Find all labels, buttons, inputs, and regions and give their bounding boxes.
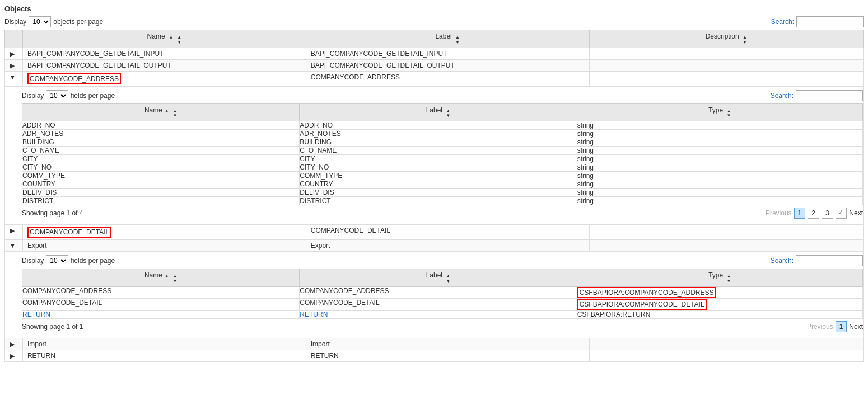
type-cell: string [577,138,862,147]
list-item: CITY_NOCITY_NOstring [22,163,863,172]
inner-export-header-row: Name ▲ ▲▼ Label ▲▼ Type [22,269,863,287]
label-cell: C_O_NAME [300,147,577,155]
inner-type-col-header[interactable]: Type ▲▼ [577,103,862,121]
export-name-cell: COMPANYCODE_DETAIL [22,298,300,310]
name-cell: BAPI_COMPANYCODE_GETDETAIL_OUTPUT [22,59,306,71]
export-type-col-header[interactable]: Type ▲▼ [577,269,862,287]
export-name-sort-icons[interactable]: ▲▼ [173,274,178,284]
desc-sort-icons[interactable]: ▲▼ [743,35,747,45]
outer-display-select[interactable]: 10 25 50 [29,16,51,27]
desc-cell [589,71,863,86]
label-cell: Import [306,338,589,350]
list-item: C_O_NAMEC_O_NAMEstring [22,147,863,155]
address-next-btn[interactable]: Next [849,209,863,217]
export-page-1-btn[interactable]: 1 [836,321,847,332]
address-page-2-btn[interactable]: 2 [808,208,819,219]
inner-label-sort-icons[interactable]: ▲▼ [446,109,450,119]
label-cell: ADR_NOTES [300,130,577,138]
expand-cell: ▼ [5,240,23,252]
inner-export-search-input[interactable] [796,255,863,266]
label-cell: RETURN [306,350,589,361]
inner-export-table-body: COMPANYCODE_ADDRESS COMPANYCODE_ADDRESS … [22,286,863,318]
name-cell: COMM_TYPE [22,172,300,180]
expand-icon[interactable]: ▶ [10,341,15,348]
description-col-header[interactable]: Description ▲▼ [589,30,863,48]
list-item: BUILDINGBUILDINGstring [22,138,863,147]
type-cell: string [577,155,862,163]
inner-name-col-header[interactable]: Name ▲ ▲▼ [22,103,300,121]
inner-address-search-input[interactable] [796,90,863,101]
inner-type-sort-icons[interactable]: ▲▼ [727,109,731,119]
outer-toolbar-left: Display 10 25 50 objects per page [4,16,103,27]
list-item: COMM_TYPECOMM_TYPEstring [22,172,863,180]
table-row: ▼ COMPANYCODE_ADDRESS COMPANYCODE_ADDRES… [5,71,864,86]
name-cell: COUNTRY [22,180,300,189]
table-row: ▶ COMPANYCODE_DETAIL COMPANYCODE_DETAIL [5,225,864,240]
label-col-header[interactable]: Label ▲▼ [306,30,589,48]
inner-address-table-body: ADDR_NOADDR_NOstring ADR_NOTESADR_NOTESs… [22,121,863,205]
export-next-btn[interactable]: Next [849,323,863,331]
export-name-cell: COMPANYCODE_ADDRESS [22,286,300,298]
export-label-col-header[interactable]: Label ▲▼ [300,269,577,287]
table-row: ▶ BAPI_COMPANYCODE_GETDETAIL_OUTPUT BAPI… [5,59,864,71]
expanded-export-row: Display 10 25 fields per page Search: [5,252,864,338]
inner-label-col-header[interactable]: Label ▲▼ [300,103,577,121]
address-pagination-right: Previous 1 2 3 4 Next [766,208,863,219]
expand-icon[interactable]: ▼ [10,242,16,249]
name-cell: BAPI_COMPANYCODE_GETDETAIL_INPUT [22,48,306,59]
name-cell: COMPANYCODE_DETAIL [22,225,306,240]
expand-icon[interactable]: ▶ [10,227,15,234]
export-label-sort-icons[interactable]: ▲▼ [446,274,450,284]
address-showing-text: Showing page 1 of 4 [22,209,83,217]
type-cell: string [577,172,862,180]
inner-name-sort-icons[interactable]: ▲▼ [173,109,178,119]
expand-icon[interactable]: ▼ [10,74,16,81]
name-col-header[interactable]: Name ▲▼ [22,30,306,48]
list-item: COMPANYCODE_DETAIL COMPANYCODE_DETAIL CS… [22,298,863,310]
address-prev-btn[interactable]: Previous [766,209,792,217]
outer-toolbar: Display 10 25 50 objects per page Search… [4,16,864,27]
type-cell: string [577,189,862,197]
list-item: RETURN RETURN CSFBAPIORA:RETURN [22,310,863,318]
expand-icon[interactable]: ▶ [10,50,15,58]
inner-export-display-select[interactable]: 10 25 [46,255,68,266]
expand-icon[interactable]: ▶ [10,62,15,69]
name-cell: CITY_NO [22,163,300,172]
label-sort-icons[interactable]: ▲▼ [455,35,460,45]
export-pagination-right: Previous 1 Next [807,321,863,332]
label-cell: DISTRICT [300,197,577,205]
export-name-col-header[interactable]: Name ▲ ▲▼ [22,269,300,287]
name-cell: ADR_NOTES [22,130,300,138]
inner-address-display-select[interactable]: 10 25 [46,90,68,101]
expanded-address-cell: Display 10 25 fields per page Search: [5,86,864,225]
expand-cell: ▼ [5,71,23,86]
export-label-cell: RETURN [300,310,577,318]
name-cell: DISTRICT [22,197,300,205]
export-type-cell: CSFBAPIORA:COMPANYCODE_ADDRESS [577,286,862,298]
label-cell: CITY_NO [300,163,577,172]
export-type-cell: CSFBAPIORA:RETURN [577,310,862,318]
type-cell: string [577,197,862,205]
desc-cell [589,59,863,71]
address-page-4-btn[interactable]: 4 [836,208,847,219]
export-label-cell: COMPANYCODE_ADDRESS [300,286,577,298]
name-cell: COMPANYCODE_ADDRESS [22,71,306,86]
outer-search-input[interactable] [796,16,864,27]
desc-cell [589,48,863,59]
export-type-sort-icons[interactable]: ▲▼ [727,274,731,284]
expand-icon[interactable]: ▶ [10,352,15,360]
inner-export-table: Name ▲ ▲▼ Label ▲▼ Type [22,269,863,319]
label-cell: Export [306,240,589,252]
inner-name-sort-asc: ▲ [164,108,169,114]
name-cell: DELIV_DIS [22,189,300,197]
name-sort-icons[interactable]: ▲▼ [177,35,181,45]
label-cell: COMM_TYPE [300,172,577,180]
type-cell: string [577,180,862,189]
address-page-3-btn[interactable]: 3 [822,208,833,219]
list-item: ADR_NOTESADR_NOTESstring [22,130,863,138]
type-cell: string [577,121,862,130]
export-type-highlighted-2: CSFBAPIORA:COMPANYCODE_DETAIL [577,299,707,310]
export-prev-btn[interactable]: Previous [807,323,833,331]
inner-address-header-row: Name ▲ ▲▼ Label ▲▼ Type [22,103,863,121]
address-page-1-btn[interactable]: 1 [794,208,806,219]
